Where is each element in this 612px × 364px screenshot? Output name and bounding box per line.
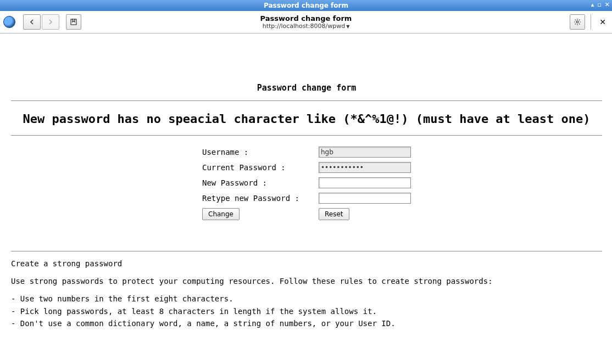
tips-title: Create a strong password bbox=[11, 258, 602, 269]
bookmark-page-icon bbox=[70, 18, 77, 26]
minimize-button[interactable]: ▴ bbox=[591, 1, 594, 8]
label-new-password: New Password : bbox=[199, 175, 315, 191]
page-title: Password change form bbox=[260, 14, 352, 23]
row-username: Username : bbox=[199, 144, 414, 160]
nav-group bbox=[23, 14, 59, 30]
settings-button[interactable] bbox=[570, 14, 585, 30]
error-message: New password has no speacial character l… bbox=[11, 111, 602, 127]
toolbar-right: ✕ bbox=[570, 14, 609, 30]
username-field bbox=[319, 147, 411, 158]
maximize-button[interactable]: ▫ bbox=[597, 1, 601, 8]
retype-password-field[interactable] bbox=[319, 193, 411, 204]
browser-toolbar: Password change form http://localhost:80… bbox=[0, 11, 612, 33]
viewport: Password change form New password has no… bbox=[0, 33, 612, 364]
window-title: Password change form bbox=[264, 2, 348, 9]
page-url: http://localhost:8008/wpwd bbox=[263, 23, 345, 30]
divider bbox=[11, 251, 602, 251]
svg-line-6 bbox=[575, 20, 576, 20]
divider bbox=[11, 135, 602, 136]
chevron-right-icon bbox=[48, 19, 53, 25]
svg-line-8 bbox=[575, 24, 576, 24]
tips-intro: Use strong passwords to protect your com… bbox=[11, 276, 602, 287]
label-retype-password: Retype new Password : bbox=[199, 191, 315, 206]
close-window-button[interactable]: ✕ bbox=[605, 1, 610, 8]
row-current-password: Current Password : bbox=[199, 160, 414, 175]
tips-bullet: - Pick long passwords, at least 8 charac… bbox=[11, 306, 602, 317]
tips-section: Create a strong password Use strong pass… bbox=[11, 258, 602, 329]
form-heading: Password change form bbox=[11, 83, 602, 93]
svg-line-9 bbox=[579, 20, 580, 20]
address-area[interactable]: Password change form http://localhost:80… bbox=[260, 14, 352, 30]
close-tab-button[interactable]: ✕ bbox=[597, 16, 609, 28]
back-button[interactable] bbox=[23, 14, 41, 30]
divider bbox=[11, 100, 602, 101]
row-new-password: New Password : bbox=[199, 175, 414, 191]
label-username: Username : bbox=[199, 144, 315, 160]
url-dropdown-icon[interactable]: ▼ bbox=[346, 24, 349, 29]
window-titlebar: Password change form ▴ ▫ ✕ bbox=[0, 0, 612, 11]
new-password-field[interactable] bbox=[319, 177, 411, 188]
svg-line-7 bbox=[579, 24, 580, 24]
reset-button[interactable]: Reset bbox=[319, 208, 349, 220]
label-current-password: Current Password : bbox=[199, 160, 315, 175]
toolbar-separator bbox=[591, 14, 591, 30]
svg-point-1 bbox=[576, 21, 578, 23]
forward-button[interactable] bbox=[42, 14, 59, 30]
current-password-field bbox=[319, 162, 411, 173]
bookmark-button[interactable] bbox=[66, 14, 81, 30]
row-retype-password: Retype new Password : bbox=[199, 191, 414, 206]
tips-bullet: - Use two numbers in the first eight cha… bbox=[11, 293, 602, 304]
gear-icon bbox=[574, 18, 581, 26]
window-controls: ▴ ▫ ✕ bbox=[591, 1, 610, 8]
window-root: Password change form ▴ ▫ ✕ Password chan… bbox=[0, 0, 612, 364]
change-button[interactable]: Change bbox=[202, 208, 240, 220]
globe-icon[interactable] bbox=[3, 16, 15, 28]
chevron-left-icon bbox=[29, 19, 35, 25]
tips-bullet: - Don't use a common dictionary word, a … bbox=[11, 318, 602, 329]
page-url-line: http://localhost:8008/wpwd▼ bbox=[260, 23, 352, 30]
password-form: Username : Current Password : New Passwo… bbox=[199, 144, 414, 222]
row-buttons: Change Reset bbox=[199, 206, 414, 222]
svg-rect-0 bbox=[71, 19, 76, 25]
page-content[interactable]: Password change form New password has no… bbox=[0, 33, 612, 364]
